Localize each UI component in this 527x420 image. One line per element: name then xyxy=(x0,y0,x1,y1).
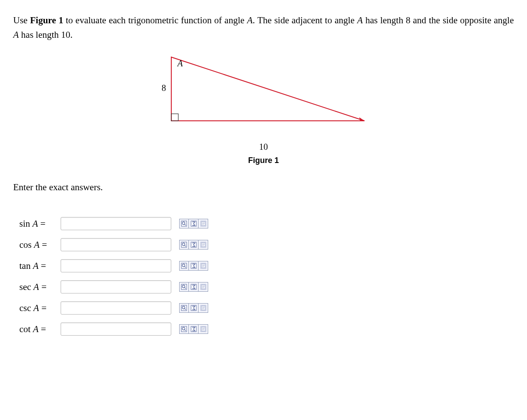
preview-icon[interactable] xyxy=(179,240,189,250)
toolbar-sin xyxy=(179,219,208,228)
question-angle-3: A xyxy=(13,29,19,40)
svg-rect-2 xyxy=(171,114,178,121)
toolbar-tan xyxy=(179,261,208,271)
question-text: Use Figure 1 to evaluate each trigonomet… xyxy=(13,13,514,42)
help-icon[interactable] xyxy=(199,282,208,292)
answer-row-tan: tan A = xyxy=(19,258,514,273)
triangle-figure: A 8 xyxy=(154,51,373,134)
question-prefix: Use xyxy=(13,15,30,25)
label-csc: csc A = xyxy=(19,301,61,315)
preview-icon[interactable] xyxy=(179,303,189,313)
help-icon[interactable] xyxy=(199,261,208,271)
input-csc[interactable] xyxy=(61,301,171,315)
preview-icon[interactable] xyxy=(179,324,189,334)
question-mid4: has length 10. xyxy=(19,29,72,40)
answer-row-csc: csc A = xyxy=(19,301,514,315)
figure-opposite-label: 10 xyxy=(13,140,514,154)
toolbar-cot xyxy=(179,324,208,334)
help-icon[interactable] xyxy=(199,219,208,228)
answer-rows: sin A = cos A = tan A = xyxy=(13,216,514,337)
question-mid2-a: . The side adjacent to angle xyxy=(253,15,357,25)
preview-icon[interactable] xyxy=(179,282,189,292)
figure-reference: Figure 1 xyxy=(30,15,63,25)
input-sin[interactable] xyxy=(61,217,171,230)
answer-row-cot: cot A = xyxy=(19,322,514,337)
label-sec: sec A = xyxy=(19,280,61,294)
svg-marker-0 xyxy=(171,57,365,121)
question-angle-2: A xyxy=(357,15,363,25)
figure-container: A 8 10 Figure 1 xyxy=(13,51,514,167)
sigma-icon[interactable] xyxy=(189,219,199,228)
answer-row-sec: sec A = xyxy=(19,279,514,294)
answer-row-cos: cos A = xyxy=(19,237,514,252)
sigma-icon[interactable] xyxy=(189,282,199,292)
sigma-icon[interactable] xyxy=(189,240,199,250)
help-icon[interactable] xyxy=(199,324,208,334)
subprompt: Enter the exact answers. xyxy=(13,180,514,195)
question-mid1: to evaluate each trigonometric function … xyxy=(63,15,247,25)
label-cos: cos A = xyxy=(19,238,61,252)
label-cot: cot A = xyxy=(19,322,61,337)
input-cos[interactable] xyxy=(61,238,171,251)
sigma-icon[interactable] xyxy=(189,303,199,313)
sigma-icon[interactable] xyxy=(189,324,199,334)
input-cot[interactable] xyxy=(61,322,171,336)
figure-adjacent-label: 8 xyxy=(162,83,166,93)
label-tan: tan A = xyxy=(19,259,61,273)
input-sec[interactable] xyxy=(61,280,171,293)
preview-icon[interactable] xyxy=(179,261,189,271)
figure-caption: Figure 1 xyxy=(13,155,514,167)
help-icon[interactable] xyxy=(199,303,208,313)
question-mid3: has length 8 and the side opposite angle xyxy=(363,15,514,25)
toolbar-csc xyxy=(179,303,208,313)
answer-row-sin: sin A = xyxy=(19,216,514,231)
question-angle-1: A xyxy=(247,15,253,25)
help-icon[interactable] xyxy=(199,240,208,250)
figure-angle-label: A xyxy=(177,58,183,68)
toolbar-sec xyxy=(179,282,208,292)
preview-icon[interactable] xyxy=(179,219,189,228)
label-sin: sin A = xyxy=(19,217,61,231)
sigma-icon[interactable] xyxy=(189,261,199,271)
input-tan[interactable] xyxy=(61,259,171,272)
toolbar-cos xyxy=(179,240,208,250)
